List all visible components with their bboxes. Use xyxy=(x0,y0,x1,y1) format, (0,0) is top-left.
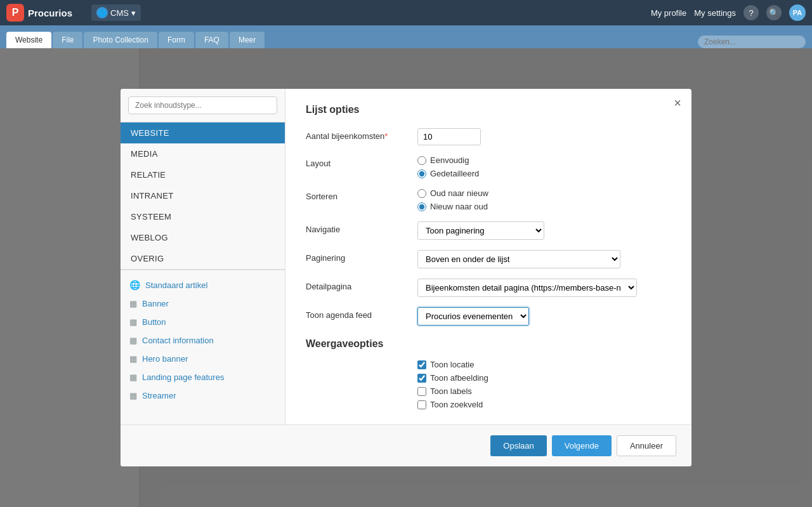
checkbox-afbeelding-input[interactable] xyxy=(417,374,426,383)
content-type-banner[interactable]: ▦ Banner xyxy=(121,294,285,313)
section-title-1: Lijst opties xyxy=(306,104,671,115)
my-settings-link[interactable]: My settings xyxy=(694,8,736,18)
tabbar: Website File Photo Collection Form FAQ M… xyxy=(0,25,812,48)
checkbox-toon-afbeelding[interactable]: Toon afbeelding xyxy=(417,373,671,383)
display-options-group: Toon locatie Toon afbeelding Toon labels… xyxy=(417,360,671,409)
content-type-button[interactable]: ▦ Button xyxy=(121,313,285,331)
nav-item-overig[interactable]: OVERIG xyxy=(121,248,285,269)
layout-label-eenvoudig: Eenvoudig xyxy=(430,155,469,165)
tab-website[interactable]: Website xyxy=(6,32,51,48)
my-profile-link[interactable]: My profile xyxy=(651,8,686,18)
layout-radio-gedetailleerd[interactable] xyxy=(417,169,426,178)
sorteren-option-nieuw[interactable]: Nieuw naar oud xyxy=(417,202,671,211)
label-agenda-feed: Toon agenda feed xyxy=(306,307,407,320)
layout-option-eenvoudig[interactable]: Eenvoudig xyxy=(417,155,671,165)
label-detailpagina: Detailpagina xyxy=(306,279,407,291)
cms-dropdown[interactable]: 🌐 CMS ▾ xyxy=(91,4,141,21)
app-name: Procurios xyxy=(28,8,72,18)
checkbox-toon-labels[interactable]: Toon labels xyxy=(417,386,671,396)
modal-footer: Opslaan Volgende Annuleer xyxy=(121,425,691,466)
tab-file[interactable]: File xyxy=(53,32,82,48)
form-row-navigatie: Navigatie Toon paginering Geen navigatie xyxy=(306,221,671,240)
tabbar-search-input[interactable] xyxy=(698,36,806,48)
layout-option-gedetailleerd[interactable]: Gedetailleerd xyxy=(417,169,671,178)
modal-body: WEBSITE MEDIA RELATIE INTRANET SYSTEEM W… xyxy=(121,89,691,425)
sorteren-radio-oud[interactable] xyxy=(417,189,426,198)
control-paginering: Boven en onder de lijst Boven Onder xyxy=(417,250,671,268)
nav-item-intranet[interactable]: INTRANET xyxy=(121,185,285,206)
nav-item-media[interactable]: MEDIA xyxy=(121,143,285,164)
grid-icon: ▦ xyxy=(129,299,137,308)
content-type-landing-page[interactable]: ▦ Landing page features xyxy=(121,368,285,386)
agenda-feed-select[interactable]: Procurios evenementen Geen xyxy=(417,307,529,326)
label-aantal: Aantal bijeenkomsten* xyxy=(306,128,407,141)
checkbox-zoekveld-input[interactable] xyxy=(417,400,426,409)
grid-icon: ▦ xyxy=(129,336,137,345)
tab-meer[interactable]: Meer xyxy=(230,32,265,48)
detailpagina-select[interactable]: Bijeenkomsten detail pagina (https://mem… xyxy=(417,279,637,297)
paginering-select[interactable]: Boven en onder de lijst Boven Onder xyxy=(417,250,620,268)
content-type-streamer[interactable]: ▦ Streamer xyxy=(121,386,285,405)
cms-arrow-icon: ▾ xyxy=(131,8,136,18)
grid-icon: ▦ xyxy=(129,391,137,400)
content-type-label: Banner xyxy=(142,299,169,308)
cms-label: CMS xyxy=(110,8,129,18)
modal-overlay: × WEBSITE MEDIA RELATIE INTRANET SYSTEEM… xyxy=(0,48,812,507)
label-layout: Layout xyxy=(306,155,407,168)
content-type-standaard-artikel[interactable]: 🌐 Standaard artikel xyxy=(121,275,285,294)
sorteren-label-oud: Oud naar nieuw xyxy=(430,188,488,198)
label-paginering: Paginering xyxy=(306,250,407,263)
content-type-list: 🌐 Standaard artikel ▦ Banner ▦ Button ▦ … xyxy=(121,269,285,425)
control-agenda-feed: Procurios evenementen Geen xyxy=(417,307,671,326)
tabbar-right xyxy=(698,36,806,48)
help-icon[interactable]: ? xyxy=(743,5,759,20)
checkbox-toon-locatie[interactable]: Toon locatie xyxy=(417,360,671,369)
tab-form[interactable]: Form xyxy=(159,32,194,48)
aantal-input[interactable] xyxy=(417,128,481,145)
nav-item-systeem[interactable]: SYSTEEM xyxy=(121,206,285,227)
right-panel: Lijst opties Aantal bijeenkomsten* Layou… xyxy=(285,89,691,425)
topbar-right: My profile My settings ? 🔍 PA xyxy=(651,4,806,21)
modal: × WEBSITE MEDIA RELATIE INTRANET SYSTEEM… xyxy=(121,89,691,466)
tab-photo[interactable]: Photo Collection xyxy=(84,32,157,48)
grid-icon: ▦ xyxy=(129,317,137,327)
form-row-layout: Layout Eenvoudig Gedetailleerd xyxy=(306,155,671,178)
logo-icon: P xyxy=(6,4,24,22)
checkbox-locatie-input[interactable] xyxy=(417,360,426,369)
grid-icon: ▦ xyxy=(129,354,137,364)
form-row-agenda-feed: Toon agenda feed Procurios evenementen G… xyxy=(306,307,671,326)
content-type-label: Hero banner xyxy=(142,354,188,364)
nav-item-weblog[interactable]: WEBLOG xyxy=(121,227,285,248)
modal-close-button[interactable]: × xyxy=(674,96,681,109)
layout-label-gedetailleerd: Gedetailleerd xyxy=(430,169,479,178)
checkbox-labels-label: Toon labels xyxy=(430,386,472,396)
nav-item-website[interactable]: WEBSITE xyxy=(121,122,285,143)
checkbox-toon-zoekveld[interactable]: Toon zoekveld xyxy=(417,400,671,409)
cancel-button[interactable]: Annuleer xyxy=(617,435,676,456)
tab-faq[interactable]: FAQ xyxy=(195,32,228,48)
search-icon[interactable]: 🔍 xyxy=(766,5,782,20)
checkbox-labels-input[interactable] xyxy=(417,387,426,396)
form-row-detailpagina: Detailpagina Bijeenkomsten detail pagina… xyxy=(306,279,671,297)
nav-item-relatie[interactable]: RELATIE xyxy=(121,164,285,185)
grid-icon: ▦ xyxy=(129,372,137,382)
content-type-hero-banner[interactable]: ▦ Hero banner xyxy=(121,350,285,368)
content-type-label: Button xyxy=(142,317,166,327)
navigatie-select[interactable]: Toon paginering Geen navigatie xyxy=(417,221,544,240)
form-row-paginering: Paginering Boven en onder de lijst Boven… xyxy=(306,250,671,268)
sorteren-radio-nieuw[interactable] xyxy=(417,202,426,211)
sorteren-radio-group: Oud naar nieuw Nieuw naar oud xyxy=(417,188,671,211)
next-button[interactable]: Volgende xyxy=(552,435,612,456)
control-detailpagina: Bijeenkomsten detail pagina (https://mem… xyxy=(417,279,671,297)
search-box xyxy=(121,89,285,122)
content-type-search[interactable] xyxy=(128,96,277,114)
layout-radio-eenvoudig[interactable] xyxy=(417,156,426,165)
sorteren-label-nieuw: Nieuw naar oud xyxy=(430,202,488,211)
form-row-aantal: Aantal bijeenkomsten* xyxy=(306,128,671,145)
label-sorteren: Sorteren xyxy=(306,188,407,201)
content-type-contact[interactable]: ▦ Contact information xyxy=(121,331,285,350)
control-sorteren: Oud naar nieuw Nieuw naar oud xyxy=(417,188,671,211)
avatar[interactable]: PA xyxy=(789,4,806,21)
save-button[interactable]: Opslaan xyxy=(490,435,546,456)
sorteren-option-oud[interactable]: Oud naar nieuw xyxy=(417,188,671,198)
